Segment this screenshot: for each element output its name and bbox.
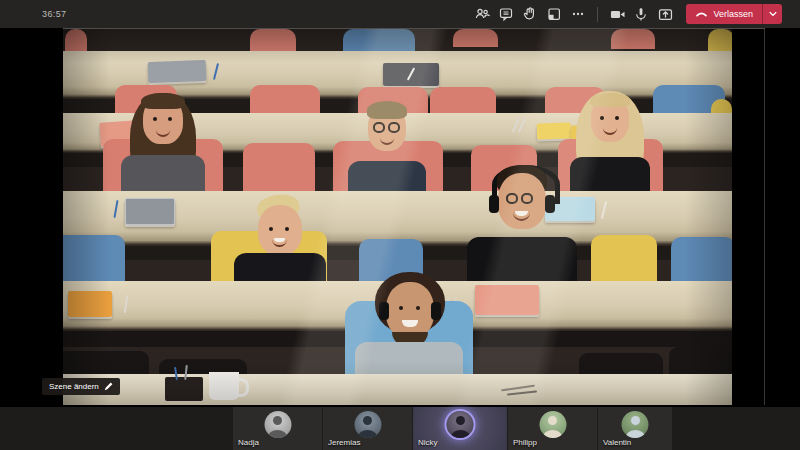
participant-name: Valentin [603, 438, 631, 447]
leave-button-group: Verlassen [686, 4, 782, 24]
face [386, 282, 434, 338]
chat-button[interactable] [494, 0, 518, 28]
pen-holder [165, 377, 203, 401]
leave-button-label: Verlassen [713, 9, 753, 19]
participant-name: Nicky [418, 438, 438, 447]
avatar [622, 411, 649, 438]
change-scene-label: Szene ändern [49, 382, 99, 391]
share-screen-button[interactable] [653, 0, 677, 28]
chair [611, 29, 655, 49]
chair [671, 237, 732, 281]
leave-button[interactable]: Verlassen [686, 4, 762, 24]
stage-border-right [764, 29, 765, 405]
participant-tile-nicky[interactable]: Nicky [413, 407, 507, 450]
eyes [600, 116, 604, 120]
smile [603, 126, 617, 135]
hair [141, 93, 185, 109]
toolbar-divider [597, 7, 598, 22]
camera-button[interactable] [605, 0, 629, 28]
video-participant-man-glasses [338, 99, 436, 191]
face [368, 105, 406, 151]
participants-icon [474, 6, 490, 22]
microphone-button[interactable] [629, 0, 653, 28]
torso [467, 237, 577, 281]
breakout-rooms-button[interactable] [542, 0, 566, 28]
together-mode-video [63, 29, 732, 405]
chair [63, 235, 125, 281]
more-options-button[interactable] [566, 0, 590, 28]
share-screen-icon [657, 6, 674, 23]
torso [348, 161, 426, 191]
hair [590, 93, 630, 107]
leave-options-button[interactable] [762, 4, 782, 24]
tablet [125, 198, 175, 225]
pen [407, 67, 415, 80]
raise-hand-button[interactable] [518, 0, 542, 28]
participant-tile-jeremias[interactable]: Jeremias [323, 407, 412, 450]
participant-tile-valentin[interactable]: Valentin [598, 407, 672, 450]
face [498, 173, 546, 229]
chair [250, 29, 296, 51]
call-controls: Verlassen [470, 0, 782, 28]
headphone-cup [545, 195, 555, 213]
chair [243, 143, 315, 191]
notebook [475, 285, 539, 315]
torso [355, 342, 463, 376]
chevron-down-icon [769, 11, 777, 17]
smile [380, 137, 394, 145]
avatar [354, 411, 381, 438]
torso [234, 253, 326, 281]
microphone-icon [633, 6, 649, 22]
torso [121, 155, 205, 191]
headphone-cup [489, 195, 499, 213]
chair [453, 29, 498, 47]
participant-name: Philipp [513, 438, 537, 447]
mug [209, 372, 239, 400]
pencil-icon [104, 382, 113, 391]
participant-tiles: Nadja Jeremias Nicky Philipp Valentin [233, 407, 672, 450]
headset-cup [379, 302, 389, 320]
glasses [506, 193, 533, 204]
meeting-stage: Szene ändern [0, 28, 800, 407]
glasses [373, 122, 400, 133]
headset-cup [431, 302, 441, 320]
smile [402, 320, 418, 327]
chair [669, 347, 732, 377]
more-options-icon [570, 6, 586, 22]
participant-tile-philipp[interactable]: Philipp [508, 407, 597, 450]
chair [65, 29, 87, 51]
avatar [264, 411, 291, 438]
hair [367, 101, 407, 119]
front-desk [63, 374, 732, 405]
meeting-timer: 36:57 [42, 0, 67, 28]
face [258, 205, 302, 255]
eyes [153, 117, 157, 121]
video-participant-self-front [351, 272, 467, 376]
notebook [383, 63, 439, 86]
meeting-toolbar: 36:57 [0, 0, 800, 28]
smile [156, 128, 170, 137]
participant-tile-nadja[interactable]: Nadja [233, 407, 322, 450]
notebook [148, 60, 207, 83]
face [143, 96, 183, 144]
hang-up-icon [695, 9, 708, 19]
participant-filmstrip: Nadja Jeremias Nicky Philipp Valentin [0, 407, 800, 450]
eyes [269, 227, 273, 231]
change-scene-button[interactable]: Szene ändern [42, 378, 120, 395]
raise-hand-icon [522, 6, 538, 22]
participant-name: Nadja [238, 438, 259, 447]
participant-name: Jeremias [328, 438, 360, 447]
notebook [68, 291, 112, 317]
video-participant-man-headphones [461, 157, 585, 281]
chair [591, 235, 657, 281]
breakout-rooms-icon [546, 6, 562, 22]
chat-icon [498, 6, 514, 22]
video-participant-man-blond [225, 199, 335, 281]
camera-icon [609, 6, 626, 23]
eyes [399, 306, 403, 310]
avatar-speaking [447, 411, 474, 438]
participants-button[interactable] [470, 0, 494, 28]
face [591, 96, 629, 142]
avatar [539, 411, 566, 438]
video-participant-woman-dark-hair [111, 93, 215, 191]
